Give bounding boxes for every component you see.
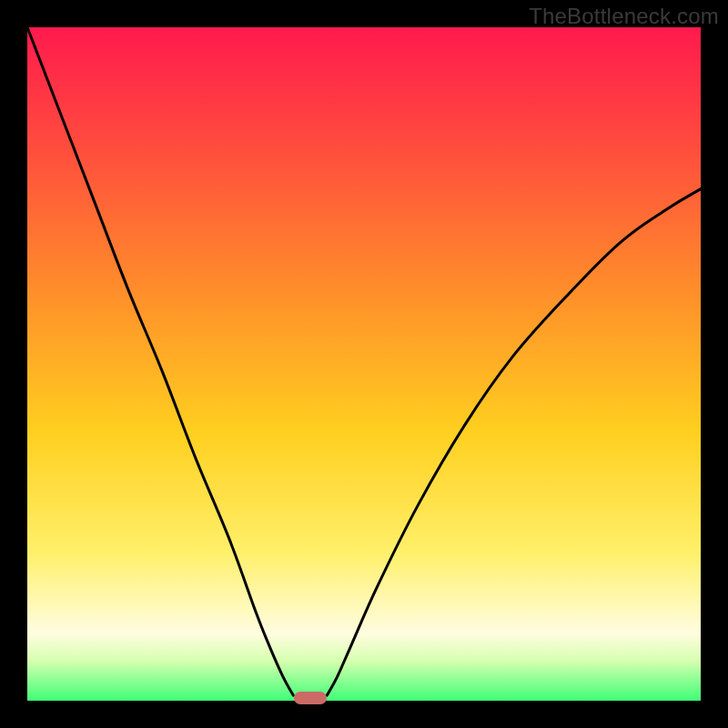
curve-right bbox=[327, 189, 701, 695]
curve-left bbox=[27, 27, 293, 695]
optimal-marker bbox=[294, 692, 327, 704]
chart-frame: TheBottleneck.com bbox=[0, 0, 728, 728]
curve-layer bbox=[27, 27, 701, 701]
watermark-text: TheBottleneck.com bbox=[529, 4, 719, 29]
plot-area bbox=[27, 27, 701, 701]
